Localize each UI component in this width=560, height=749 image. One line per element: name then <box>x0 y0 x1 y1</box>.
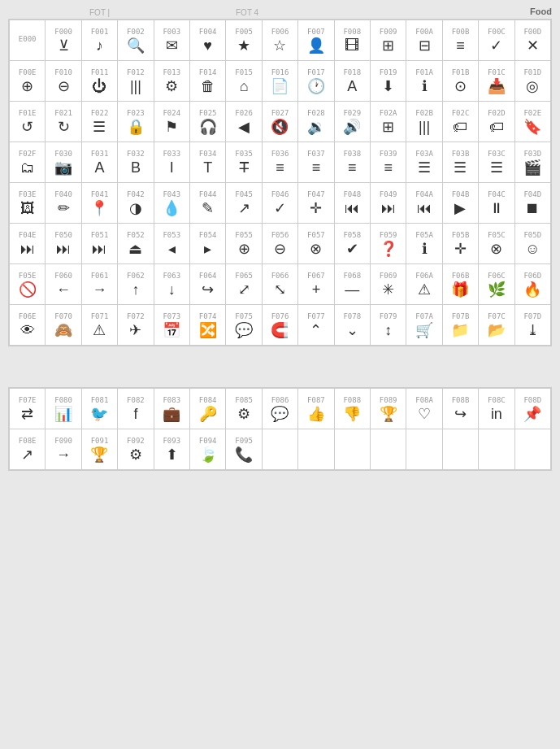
icon-cell-f051[interactable]: F051⏭ <box>82 224 118 264</box>
icon-cell-f08e[interactable]: F08E↗ <box>10 429 46 470</box>
icon-cell-f07e[interactable]: F07E⇄ <box>10 389 46 429</box>
icon-cell-f03a[interactable]: F03A☰ <box>406 142 442 183</box>
icon-cell-f08c[interactable]: F08Cin <box>479 389 514 429</box>
icon-cell-f033[interactable]: F033I <box>154 142 190 183</box>
icon-cell-f086[interactable]: F086💬 <box>263 389 298 429</box>
icon-cell-f036[interactable]: F036≡ <box>263 142 298 183</box>
icon-cell-f094[interactable]: F094🍃 <box>190 429 226 470</box>
icon-cell-f085[interactable]: F085⚙ <box>226 389 262 429</box>
icon-cell-f071[interactable]: F071⚠ <box>82 305 118 346</box>
icon-cell-f072[interactable]: F072✈ <box>118 305 154 346</box>
icon-cell-f030[interactable]: F030📷 <box>46 142 81 183</box>
icon-cell-f013[interactable]: F013⚙ <box>154 61 190 102</box>
icon-cell-f014[interactable]: F014🗑 <box>190 61 226 102</box>
icon-cell-f02b[interactable]: F02B||| <box>406 102 442 142</box>
icon-cell-f043[interactable]: F043💧 <box>154 183 190 224</box>
icon-cell-f03b[interactable]: F03B☰ <box>443 142 479 183</box>
icon-cell-f076[interactable]: F076🧲 <box>263 305 298 346</box>
icon-cell-f05c[interactable]: F05C⊗ <box>479 224 514 264</box>
icon-cell-f075[interactable]: F075💬 <box>226 305 262 346</box>
icon-cell-f018[interactable]: F018A <box>335 61 371 102</box>
icon-cell-f00d[interactable]: F00D✕ <box>515 20 551 61</box>
icon-cell-f053[interactable]: F053◂ <box>154 224 190 264</box>
icon-cell-f064[interactable]: F064↪ <box>190 264 226 305</box>
icon-cell-f058[interactable]: F058✔ <box>335 224 371 264</box>
icon-cell-f046[interactable]: F046✓ <box>263 183 298 224</box>
icon-cell-f04e[interactable]: F04E⏭ <box>10 224 46 264</box>
icon-cell-f016[interactable]: F016📄 <box>263 61 298 102</box>
icon-cell-f04d[interactable]: F04D⏹ <box>515 183 551 224</box>
icon-cell-f010[interactable]: F010⊖ <box>46 61 81 102</box>
icon-cell-f01d[interactable]: F01D◎ <box>515 61 551 102</box>
icon-cell-f04a[interactable]: F04A⏮ <box>406 183 442 224</box>
icon-cell-f078[interactable]: F078⌄ <box>335 305 371 346</box>
icon-cell-f083[interactable]: F083💼 <box>154 389 190 429</box>
icon-cell-f002[interactable]: F002🔍 <box>118 20 154 61</box>
icon-cell-f062[interactable]: F062↑ <box>118 264 154 305</box>
icon-cell-f057[interactable]: F057⊗ <box>298 224 334 264</box>
icon-cell-f048[interactable]: F048⏮ <box>335 183 371 224</box>
icon-cell-f091[interactable]: F091🏆 <box>82 429 118 470</box>
icon-cell-f044[interactable]: F044✎ <box>190 183 226 224</box>
icon-cell-f05b[interactable]: F05B✛ <box>443 224 479 264</box>
icon-cell-f060[interactable]: F060← <box>46 264 81 305</box>
icon-cell-f02d[interactable]: F02D🏷 <box>479 102 514 142</box>
icon-cell-f077[interactable]: F077⌃ <box>298 305 334 346</box>
icon-cell-f025[interactable]: F025🎧 <box>190 102 226 142</box>
icon-cell-f021[interactable]: F021↻ <box>46 102 81 142</box>
icon-cell-f029[interactable]: F029🔊 <box>335 102 371 142</box>
icon-cell-f04c[interactable]: F04C⏸ <box>479 183 514 224</box>
icon-cell-f00a[interactable]: F00A⊟ <box>406 20 442 61</box>
icon-cell-f059[interactable]: F059❓ <box>371 224 406 264</box>
icon-cell-f073[interactable]: F073📅 <box>154 305 190 346</box>
icon-cell-f011[interactable]: F011⏻ <box>82 61 118 102</box>
icon-cell-f052[interactable]: F052⏏ <box>118 224 154 264</box>
icon-cell-f065[interactable]: F065⤢ <box>226 264 262 305</box>
icon-cell-f06c[interactable]: F06C🌿 <box>479 264 514 305</box>
icon-cell-f087[interactable]: F087👍 <box>298 389 334 429</box>
icon-cell-f06a[interactable]: F06A⚠ <box>406 264 442 305</box>
icon-cell-f08a[interactable]: F08A♡ <box>406 389 442 429</box>
icon-cell-f049[interactable]: F049⏭ <box>371 183 406 224</box>
icon-cell-f093[interactable]: F093⬆ <box>154 429 190 470</box>
icon-cell-f08b[interactable]: F08B↪ <box>443 389 479 429</box>
icon-cell-f02f[interactable]: F02F🗂 <box>10 142 46 183</box>
icon-cell-f019[interactable]: F019⬇ <box>371 61 406 102</box>
icon-cell-f079[interactable]: F079↕ <box>371 305 406 346</box>
icon-cell-f040[interactable]: F040✏ <box>46 183 81 224</box>
icon-cell-f027[interactable]: F027🔇 <box>263 102 298 142</box>
icon-cell-f088[interactable]: F088👎 <box>335 389 371 429</box>
icon-cell-f070[interactable]: F070🙈 <box>46 305 81 346</box>
icon-cell-f082[interactable]: F082f <box>118 389 154 429</box>
icon-cell-f03d[interactable]: F03D🎬 <box>515 142 551 183</box>
icon-cell-f005[interactable]: F005★ <box>226 20 262 61</box>
icon-cell-f006[interactable]: F006☆ <box>263 20 298 61</box>
icon-cell-f024[interactable]: F024⚑ <box>154 102 190 142</box>
icon-cell-f004[interactable]: F004♥ <box>190 20 226 61</box>
icon-cell-f003[interactable]: F003✉ <box>154 20 190 61</box>
icon-cell-f034[interactable]: F034T <box>190 142 226 183</box>
icon-cell-f00e[interactable]: F00E⊕ <box>10 61 46 102</box>
icon-cell-f007[interactable]: F007👤 <box>298 20 334 61</box>
icon-cell-f05e[interactable]: F05E🚫 <box>10 264 46 305</box>
icon-cell-f041[interactable]: F041📍 <box>82 183 118 224</box>
icon-cell-f028[interactable]: F028🔉 <box>298 102 334 142</box>
icon-cell-f05a[interactable]: F05Aℹ <box>406 224 442 264</box>
icon-cell-f050[interactable]: F050⏭ <box>46 224 81 264</box>
icon-cell-f022[interactable]: F022☰ <box>82 102 118 142</box>
icon-cell-f017[interactable]: F017🕐 <box>298 61 334 102</box>
icon-cell-f04b[interactable]: F04B▶ <box>443 183 479 224</box>
icon-cell-f031[interactable]: F031A <box>82 142 118 183</box>
icon-cell-f015[interactable]: F015⌂ <box>226 61 262 102</box>
icon-cell-f047[interactable]: F047✛ <box>298 183 334 224</box>
icon-cell-f038[interactable]: F038≡ <box>335 142 371 183</box>
icon-cell-f009[interactable]: F009⊞ <box>371 20 406 61</box>
icon-cell-f032[interactable]: F032B <box>118 142 154 183</box>
icon-cell-f056[interactable]: F056⊖ <box>263 224 298 264</box>
icon-cell-f07d[interactable]: F07D⤓ <box>515 305 551 346</box>
icon-cell-f07a[interactable]: F07A🛒 <box>406 305 442 346</box>
icon-cell-f037[interactable]: F037≡ <box>298 142 334 183</box>
icon-cell-f03e[interactable]: F03E🖼 <box>10 183 46 224</box>
icon-cell-f081[interactable]: F081🐦 <box>82 389 118 429</box>
icon-cell-f092[interactable]: F092⚙ <box>118 429 154 470</box>
